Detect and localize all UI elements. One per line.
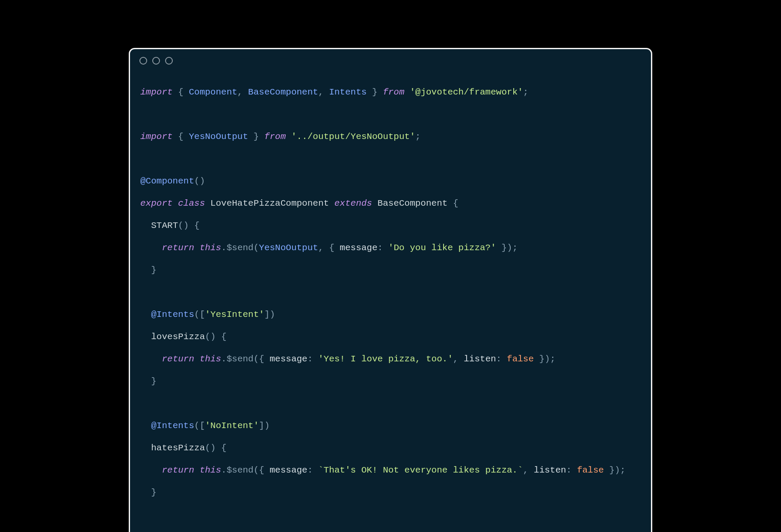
code-line-8: @Intents(['YesIntent']) xyxy=(140,309,641,320)
punct: , { xyxy=(318,243,340,253)
punct: , xyxy=(318,87,329,97)
code-line-13: hatesPizza() { xyxy=(140,443,641,454)
space xyxy=(194,243,200,253)
decorator-at: @ xyxy=(140,176,146,186)
code-line-14: return this.$send({ message: `That's OK!… xyxy=(140,465,641,476)
punct: .$send({ xyxy=(221,354,269,364)
code-line-12: @Intents(['NoIntent']) xyxy=(140,420,641,432)
punct: , xyxy=(523,465,534,475)
traffic-light-minimize-icon[interactable] xyxy=(152,57,160,65)
method-name: hatesPizza xyxy=(151,443,205,453)
punct: } xyxy=(151,376,157,386)
string-literal: `That's OK! Not everyone likes pizza.` xyxy=(318,465,523,475)
space xyxy=(447,198,453,208)
punct: .$send( xyxy=(221,243,259,253)
import-ident: Component xyxy=(189,87,237,97)
space xyxy=(173,198,178,208)
property: message xyxy=(270,354,308,364)
import-ident: Intents xyxy=(329,87,367,97)
method-name: START xyxy=(151,221,178,231)
window-titlebar xyxy=(130,49,651,72)
punct: ]) xyxy=(259,421,269,431)
kw-this: this xyxy=(200,354,221,364)
space xyxy=(194,465,200,475)
punct: () xyxy=(194,176,205,186)
indent xyxy=(140,354,162,364)
punct: }); xyxy=(496,243,518,253)
space xyxy=(286,132,291,142)
space xyxy=(194,354,200,364)
code-line-7: } xyxy=(140,265,641,276)
kw-return: return xyxy=(162,243,194,253)
traffic-light-zoom-icon[interactable] xyxy=(165,57,173,65)
method-name: lovesPizza xyxy=(151,332,205,342)
indent xyxy=(140,421,151,431)
kw-import: import xyxy=(140,132,173,142)
space xyxy=(405,87,410,97)
punct: : xyxy=(566,465,577,475)
punct: : xyxy=(308,354,318,364)
import-ident: BaseComponent xyxy=(248,87,318,97)
property: listen xyxy=(464,354,496,364)
punct: ([ xyxy=(194,421,205,431)
kw-import: import xyxy=(140,87,173,97)
kw-extends: extends xyxy=(334,198,372,208)
punct: : xyxy=(496,354,507,364)
indent xyxy=(140,221,151,231)
punct: () { xyxy=(178,221,199,231)
indent xyxy=(140,332,151,342)
code-line-15: } xyxy=(140,487,641,498)
code-line-5: START() { xyxy=(140,220,641,231)
punct: } xyxy=(151,488,157,497)
punct: ([ xyxy=(194,310,205,319)
property: message xyxy=(340,243,377,253)
string-literal: 'Yes! I love pizza, too.' xyxy=(318,354,453,364)
kw-this: this xyxy=(200,465,221,475)
punct: : xyxy=(308,465,318,475)
punct: { xyxy=(173,132,189,142)
string-literal: 'Do you like pizza?' xyxy=(388,243,496,253)
canvas: import { Component, BaseComponent, Inten… xyxy=(0,0,781,532)
property: listen xyxy=(534,465,566,475)
indent xyxy=(140,465,162,475)
decorator-name: Component xyxy=(146,176,194,186)
import-ident: YesNoOutput xyxy=(189,132,248,142)
blank-line xyxy=(140,109,641,120)
punct: }); xyxy=(534,354,555,364)
decorator-name: Intents xyxy=(157,310,194,319)
base-class: BaseComponent xyxy=(378,198,448,208)
punct: }); xyxy=(604,465,625,475)
punct: () { xyxy=(205,443,226,453)
punct: ]) xyxy=(264,310,275,319)
blank-line xyxy=(140,287,641,298)
punct: ; xyxy=(415,132,421,142)
boolean-literal: false xyxy=(577,465,604,475)
code-line-11: } xyxy=(140,376,641,387)
kw-this: this xyxy=(200,243,221,253)
indent xyxy=(140,376,151,386)
code-line-3: @Component() xyxy=(140,176,641,187)
boolean-literal: false xyxy=(507,354,534,364)
decorator-at: @ xyxy=(151,421,157,431)
kw-class: class xyxy=(178,198,205,208)
space xyxy=(205,198,210,208)
string-literal: 'YesIntent' xyxy=(205,310,264,319)
traffic-light-close-icon[interactable] xyxy=(139,57,147,65)
code-block: import { Component, BaseComponent, Inten… xyxy=(130,72,651,532)
indent xyxy=(140,443,151,453)
decorator-name: Intents xyxy=(157,421,194,431)
punct: .$send({ xyxy=(221,465,269,475)
string-literal: 'NoIntent' xyxy=(205,421,259,431)
blank-line xyxy=(140,398,641,409)
punct: { xyxy=(173,87,189,97)
punct: } xyxy=(151,265,157,275)
punct: , xyxy=(453,354,464,364)
punct: () { xyxy=(205,332,226,342)
kw-from: from xyxy=(383,87,404,97)
class-name: LoveHatePizzaComponent xyxy=(210,198,329,208)
kw-return: return xyxy=(162,354,194,364)
code-line-10: return this.$send({ message: 'Yes! I lov… xyxy=(140,354,641,365)
kw-return: return xyxy=(162,465,194,475)
type-arg: YesNoOutput xyxy=(259,243,318,253)
string-literal: '../output/YesNoOutput' xyxy=(291,132,415,142)
